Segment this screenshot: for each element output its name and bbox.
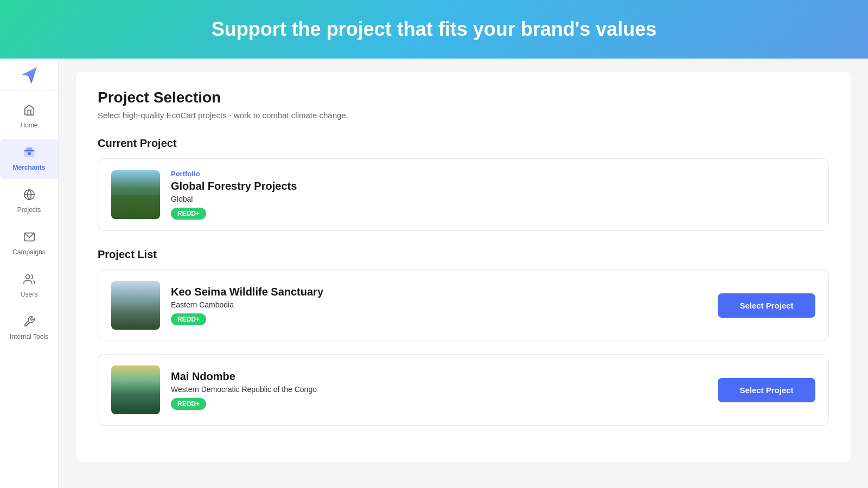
mai-ndombe-image bbox=[111, 365, 160, 414]
sidebar-item-projects[interactable]: Projects bbox=[0, 181, 58, 221]
logo-icon bbox=[20, 65, 39, 85]
keo-seima-badge: REDD+ bbox=[171, 313, 206, 325]
current-project-card: Portfolio Global Forestry Projects Globa… bbox=[98, 158, 829, 231]
banner-title: Support the project that fits your brand… bbox=[212, 18, 657, 41]
campaigns-icon bbox=[23, 231, 35, 245]
svg-rect-2 bbox=[26, 147, 32, 150]
mai-ndombe-info: Mai Ndombe Western Democratic Republic o… bbox=[171, 370, 707, 410]
select-keo-seima-button[interactable]: Select Project bbox=[718, 293, 815, 318]
sidebar-item-users[interactable]: Users bbox=[0, 266, 58, 306]
keo-seima-location: Eastern Cambodia bbox=[171, 300, 707, 309]
project-card-keo-seima: Keo Seima Wildlife Sanctuary Eastern Cam… bbox=[98, 269, 829, 341]
keo-seima-image bbox=[111, 281, 160, 330]
select-mai-ndombe-button[interactable]: Select Project bbox=[718, 378, 815, 402]
home-icon bbox=[23, 104, 35, 118]
sidebar-item-internal-tools-label: Internal Tools bbox=[10, 333, 48, 341]
current-project-heading: Current Project bbox=[98, 137, 829, 150]
sidebar-item-campaigns[interactable]: Campaigns bbox=[0, 223, 58, 264]
sidebar: Home Merchants Projects Campaigns bbox=[0, 59, 59, 488]
keo-seima-info: Keo Seima Wildlife Sanctuary Eastern Cam… bbox=[171, 286, 707, 325]
current-project-image bbox=[111, 170, 160, 219]
current-project-name: Global Forestry Projects bbox=[171, 180, 815, 192]
sidebar-item-campaigns-label: Campaigns bbox=[12, 248, 46, 256]
project-card-mai-ndombe: Mai Ndombe Western Democratic Republic o… bbox=[98, 354, 829, 426]
main-layout: Home Merchants Projects Campaigns bbox=[0, 59, 868, 488]
svg-point-7 bbox=[25, 275, 29, 279]
project-list-section: Project List Keo Seima Wildlife Sanctuar… bbox=[98, 248, 829, 426]
current-project-info: Portfolio Global Forestry Projects Globa… bbox=[171, 170, 815, 220]
sidebar-item-merchants-label: Merchants bbox=[12, 164, 45, 171]
svg-rect-1 bbox=[24, 150, 34, 151]
current-project-location: Global bbox=[171, 195, 815, 203]
sidebar-logo bbox=[0, 59, 59, 91]
page-subtitle: Select high-quality EcoCart projects - w… bbox=[98, 111, 829, 120]
internal-tools-icon bbox=[23, 316, 35, 330]
mai-ndombe-location: Western Democratic Republic of the Congo bbox=[171, 385, 707, 394]
mai-ndombe-badge: REDD+ bbox=[171, 398, 206, 410]
sidebar-item-home[interactable]: Home bbox=[0, 97, 58, 137]
keo-seima-name: Keo Seima Wildlife Sanctuary bbox=[171, 286, 707, 298]
content-area: Project Selection Select high-quality Ec… bbox=[59, 59, 868, 488]
content-card: Project Selection Select high-quality Ec… bbox=[76, 72, 851, 462]
project-list-heading: Project List bbox=[98, 248, 829, 261]
svg-rect-3 bbox=[28, 152, 31, 155]
users-icon bbox=[23, 273, 35, 287]
sidebar-item-home-label: Home bbox=[20, 121, 37, 129]
current-project-badge: REDD+ bbox=[171, 208, 206, 220]
projects-icon bbox=[23, 189, 35, 203]
merchants-icon bbox=[23, 146, 35, 160]
mai-ndombe-name: Mai Ndombe bbox=[171, 370, 707, 383]
current-project-type: Portfolio bbox=[171, 170, 815, 178]
sidebar-item-internal-tools[interactable]: Internal Tools bbox=[0, 308, 58, 348]
sidebar-navigation: Home Merchants Projects Campaigns bbox=[0, 91, 58, 349]
sidebar-item-users-label: Users bbox=[21, 291, 37, 298]
sidebar-item-merchants[interactable]: Merchants bbox=[0, 139, 58, 179]
top-banner: Support the project that fits your brand… bbox=[0, 0, 868, 59]
sidebar-item-projects-label: Projects bbox=[17, 206, 41, 214]
page-title: Project Selection bbox=[98, 89, 829, 106]
